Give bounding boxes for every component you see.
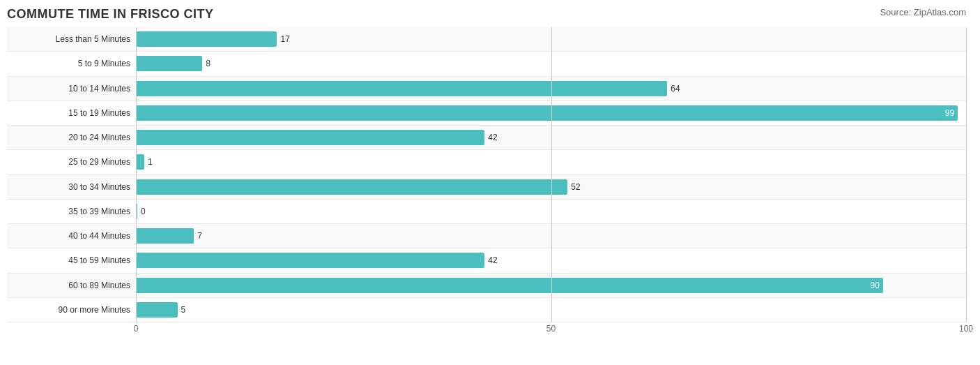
x-axis-tick: 50 <box>546 324 556 334</box>
bar-label: 40 to 44 Minutes <box>7 231 136 241</box>
bar-track: 5 <box>136 299 966 320</box>
bar-fill <box>136 204 137 219</box>
bar-row: 20 to 24 Minutes42 <box>7 126 966 150</box>
bar-value: 64 <box>671 84 680 94</box>
bar-value: 17 <box>280 34 289 44</box>
bar-label: 45 to 59 Minutes <box>7 255 136 265</box>
chart-container: COMMUTE TIME IN FRISCO CITY Source: ZipA… <box>0 0 980 365</box>
bar-track: 8 <box>136 53 966 74</box>
bar-value: 5 <box>181 305 186 315</box>
bar-label: 60 to 89 Minutes <box>7 281 136 290</box>
bar-fill <box>136 302 178 318</box>
bar-label: 25 to 29 Minutes <box>7 157 136 167</box>
bar-label: 35 to 39 Minutes <box>7 207 136 216</box>
bar-label: 10 to 14 Minutes <box>7 84 136 94</box>
x-axis-tick: 0 <box>134 324 139 334</box>
bar-fill <box>136 179 567 195</box>
bar-track: 0 <box>136 201 966 222</box>
bar-track: 52 <box>136 177 966 198</box>
bar-row: 90 or more Minutes5 <box>7 298 966 322</box>
bar-track: 90 <box>136 275 966 296</box>
bar-track: 99 <box>136 103 966 124</box>
bar-label: 5 to 9 Minutes <box>7 59 136 68</box>
bar-label: 90 or more Minutes <box>7 305 136 315</box>
bar-value: 90 <box>871 281 880 290</box>
bar-value: 52 <box>571 182 580 192</box>
source-label: Source: ZipAtlas.com <box>880 7 966 17</box>
bar-row: 35 to 39 Minutes0 <box>7 200 966 224</box>
bar-row: 40 to 44 Minutes7 <box>7 224 966 248</box>
bar-value: 7 <box>197 231 202 241</box>
bar-value: 1 <box>148 157 153 167</box>
bar-fill <box>136 31 277 47</box>
bar-label: 30 to 34 Minutes <box>7 182 136 192</box>
bar-label: 15 to 19 Minutes <box>7 108 136 118</box>
bar-fill <box>136 154 144 170</box>
bar-fill: 90 <box>136 278 883 293</box>
bar-row: 15 to 19 Minutes99 <box>7 101 966 126</box>
bar-track: 42 <box>136 127 966 148</box>
bar-track: 42 <box>136 250 966 271</box>
bar-row: 60 to 89 Minutes90 <box>7 274 966 298</box>
bar-fill <box>136 56 202 71</box>
bar-fill <box>136 81 667 96</box>
bar-row: 10 to 14 Minutes64 <box>7 77 966 101</box>
bar-fill: 99 <box>136 105 958 121</box>
x-axis-tick: 100 <box>959 324 973 334</box>
bar-value: 8 <box>206 59 210 68</box>
bar-label: 20 to 24 Minutes <box>7 133 136 142</box>
bar-track: 7 <box>136 225 966 246</box>
bar-fill <box>136 130 484 145</box>
grid-line <box>966 27 967 322</box>
bar-value: 0 <box>141 207 146 216</box>
bar-row: 30 to 34 Minutes52 <box>7 175 966 200</box>
chart-area: Less than 5 Minutes175 to 9 Minutes810 t… <box>7 27 966 322</box>
bar-row: 45 to 59 Minutes42 <box>7 248 966 273</box>
bar-track: 17 <box>136 29 966 50</box>
bar-row: 5 to 9 Minutes8 <box>7 52 966 76</box>
bar-value: 42 <box>488 133 497 142</box>
bar-label: Less than 5 Minutes <box>7 34 136 44</box>
bar-row: Less than 5 Minutes17 <box>7 27 966 52</box>
bar-track: 1 <box>136 151 966 172</box>
bar-track: 64 <box>136 78 966 99</box>
bar-fill <box>136 253 484 268</box>
bar-fill <box>136 228 194 244</box>
bar-value: 42 <box>488 255 497 265</box>
chart-title: COMMUTE TIME IN FRISCO CITY <box>7 7 966 22</box>
bar-value: 99 <box>945 108 954 118</box>
bar-row: 25 to 29 Minutes1 <box>7 150 966 174</box>
